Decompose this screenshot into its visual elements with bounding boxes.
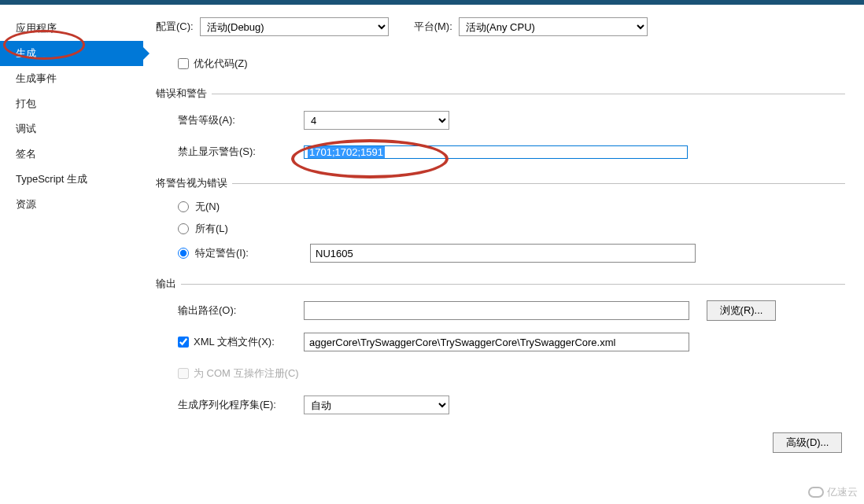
treat-as-errors-title: 将警告视为错误 (156, 176, 227, 190)
treat-all-radio[interactable] (178, 223, 189, 234)
suppress-warnings-input[interactable]: 1701;1702;1591 (304, 145, 688, 159)
treat-none-radio[interactable] (178, 201, 189, 212)
platform-label: 平台(M): (414, 20, 452, 34)
sidebar-item-debug[interactable]: 调试 (0, 116, 143, 142)
treat-none-label: 无(N) (195, 200, 220, 214)
sidebar-item-build-events[interactable]: 生成事件 (0, 66, 143, 91)
main-panel: 配置(C): 活动(Debug) 平台(M): 活动(Any CPU) 优化代码… (143, 5, 864, 504)
divider (232, 183, 845, 184)
warning-level-select[interactable]: 4 (304, 111, 449, 130)
watermark-text: 亿速云 (827, 485, 858, 499)
treat-specific-radio[interactable] (178, 248, 189, 259)
sidebar-item-application[interactable]: 应用程序 (0, 16, 143, 41)
advanced-button[interactable]: 高级(D)... (773, 432, 842, 453)
sidebar-item-signing[interactable]: 签名 (0, 142, 143, 167)
xml-doc-label: XML 文档文件(X): (194, 335, 275, 349)
configuration-select[interactable]: 活动(Debug) (200, 17, 389, 36)
sidebar-item-resources[interactable]: 资源 (0, 192, 143, 217)
warning-level-label: 警告等级(A): (178, 113, 304, 127)
treat-all-label: 所有(L) (195, 222, 228, 236)
cloud-icon (808, 487, 824, 498)
suppress-warnings-value: 1701;1702;1591 (308, 146, 385, 158)
sidebar-item-typescript[interactable]: TypeScript 生成 (0, 167, 143, 192)
optimize-code-label: 优化代码(Z) (194, 57, 248, 71)
browse-button[interactable]: 浏览(R)... (707, 300, 776, 321)
watermark: 亿速云 (808, 485, 858, 499)
divider (212, 94, 845, 94)
serialization-label: 生成序列化程序集(E): (178, 398, 304, 412)
treat-specific-input[interactable] (310, 244, 696, 263)
optimize-code-checkbox[interactable] (178, 58, 189, 69)
sidebar-nav: 应用程序 生成 生成事件 打包 调试 签名 TypeScript 生成 资源 (0, 5, 143, 504)
sidebar-item-package[interactable]: 打包 (0, 91, 143, 116)
com-register-checkbox (178, 368, 189, 379)
output-path-input[interactable] (304, 301, 689, 320)
com-register-label: 为 COM 互操作注册(C) (194, 366, 299, 381)
serialization-select[interactable]: 自动 (304, 395, 449, 414)
treat-specific-label: 特定警告(I): (195, 246, 304, 260)
output-path-label: 输出路径(O): (178, 304, 304, 318)
configuration-label: 配置(C): (156, 20, 194, 34)
xml-doc-input[interactable] (304, 333, 689, 351)
xml-doc-checkbox[interactable] (178, 337, 189, 348)
divider (181, 284, 845, 285)
platform-select[interactable]: 活动(Any CPU) (459, 17, 648, 36)
sidebar-item-build[interactable]: 生成 (0, 41, 143, 66)
output-title: 输出 (156, 277, 176, 291)
suppress-warnings-label: 禁止显示警告(S): (178, 145, 304, 159)
errors-warnings-title: 错误和警告 (156, 86, 207, 101)
